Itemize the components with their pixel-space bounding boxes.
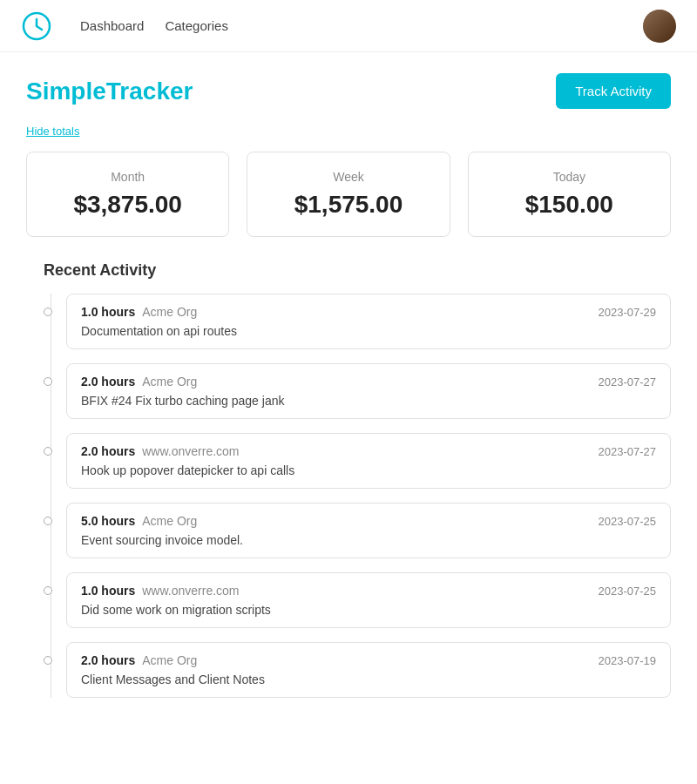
activity-item: 2.0 hours Acme Org 2023-07-19 Client Mes… bbox=[44, 642, 671, 698]
activity-description: Hook up popover datepicker to api calls bbox=[81, 463, 656, 477]
stat-card-today: Today $150.00 bbox=[468, 152, 671, 237]
activity-hours: 1.0 hours bbox=[81, 584, 135, 598]
activity-meta: 1.0 hours Acme Org bbox=[81, 305, 197, 319]
stat-label-week: Week bbox=[268, 170, 428, 184]
nav-dashboard[interactable]: Dashboard bbox=[80, 18, 144, 33]
recent-activity-section: Recent Activity 1.0 hours Acme Org 2023-… bbox=[26, 261, 671, 698]
stat-value-today: $150.00 bbox=[490, 191, 649, 219]
activity-card-header: 2.0 hours www.onverre.com 2023-07-27 bbox=[81, 444, 656, 458]
activity-hours: 2.0 hours bbox=[81, 444, 135, 458]
avatar[interactable] bbox=[643, 10, 676, 43]
activity-hours: 5.0 hours bbox=[81, 514, 135, 528]
activity-date: 2023-07-25 bbox=[599, 515, 657, 528]
svg-line-2 bbox=[37, 26, 42, 30]
activity-org: www.onverre.com bbox=[142, 584, 239, 598]
activity-card[interactable]: 1.0 hours www.onverre.com 2023-07-25 Did… bbox=[66, 572, 671, 628]
activity-card[interactable]: 5.0 hours Acme Org 2023-07-25 Event sour… bbox=[66, 503, 671, 558]
activity-item: 1.0 hours Acme Org 2023-07-29 Documentat… bbox=[44, 294, 671, 349]
hide-totals-link[interactable]: Hide totals bbox=[26, 125, 79, 138]
activity-meta: 1.0 hours www.onverre.com bbox=[81, 584, 240, 598]
stat-label-month: Month bbox=[48, 170, 207, 184]
activity-dot bbox=[44, 586, 52, 595]
track-activity-button[interactable]: Track Activity bbox=[556, 73, 671, 109]
activity-org: Acme Org bbox=[142, 375, 197, 389]
nav-links: Dashboard Categories bbox=[80, 18, 622, 33]
activity-date: 2023-07-19 bbox=[599, 654, 657, 667]
activity-item: 5.0 hours Acme Org 2023-07-25 Event sour… bbox=[44, 503, 671, 558]
activity-date: 2023-07-27 bbox=[599, 375, 657, 389]
activity-card-header: 5.0 hours Acme Org 2023-07-25 bbox=[81, 514, 656, 528]
stats-row: Month $3,875.00 Week $1,575.00 Today $15… bbox=[26, 152, 671, 237]
activity-date: 2023-07-29 bbox=[599, 306, 657, 319]
page-header: SimpleTracker Track Activity bbox=[26, 73, 671, 109]
app-title: SimpleTracker bbox=[26, 78, 193, 105]
nav-categories[interactable]: Categories bbox=[165, 18, 228, 33]
activity-description: Event sourcing invoice model. bbox=[81, 533, 656, 547]
activity-dot bbox=[44, 377, 52, 386]
activity-meta: 2.0 hours Acme Org bbox=[81, 653, 197, 667]
activity-card-header: 1.0 hours Acme Org 2023-07-29 bbox=[81, 305, 656, 319]
activity-meta: 2.0 hours Acme Org bbox=[81, 375, 197, 389]
stat-value-week: $1,575.00 bbox=[268, 191, 428, 219]
activity-card[interactable]: 1.0 hours Acme Org 2023-07-29 Documentat… bbox=[66, 294, 671, 349]
activity-hours: 2.0 hours bbox=[81, 653, 135, 667]
stat-card-month: Month $3,875.00 bbox=[26, 152, 229, 237]
activity-org: www.onverre.com bbox=[142, 444, 239, 458]
activity-dot bbox=[44, 517, 52, 525]
stat-value-month: $3,875.00 bbox=[48, 191, 207, 219]
navbar: Dashboard Categories bbox=[0, 0, 697, 52]
activity-card-header: 1.0 hours www.onverre.com 2023-07-25 bbox=[81, 584, 656, 598]
activity-org: Acme Org bbox=[142, 653, 197, 667]
activity-meta: 2.0 hours www.onverre.com bbox=[81, 444, 240, 458]
activity-dot bbox=[44, 656, 52, 665]
activity-description: Client Messages and Client Notes bbox=[81, 672, 656, 686]
activity-card-header: 2.0 hours Acme Org 2023-07-19 bbox=[81, 653, 656, 667]
activity-card[interactable]: 2.0 hours www.onverre.com 2023-07-27 Hoo… bbox=[66, 433, 671, 489]
activity-card[interactable]: 2.0 hours Acme Org 2023-07-27 BFIX #24 F… bbox=[66, 363, 671, 419]
activity-date: 2023-07-25 bbox=[599, 585, 657, 598]
avatar-image bbox=[643, 10, 676, 43]
activity-description: Did some work on migration scripts bbox=[81, 603, 656, 617]
clock-icon bbox=[21, 10, 52, 42]
activity-card-header: 2.0 hours Acme Org 2023-07-27 bbox=[81, 375, 656, 389]
activity-item: 2.0 hours Acme Org 2023-07-27 BFIX #24 F… bbox=[44, 363, 671, 419]
activity-list: 1.0 hours Acme Org 2023-07-29 Documentat… bbox=[26, 294, 671, 698]
activity-dot bbox=[44, 308, 52, 316]
stat-card-week: Week $1,575.00 bbox=[247, 152, 450, 237]
activity-hours: 2.0 hours bbox=[81, 375, 135, 389]
nav-logo bbox=[21, 10, 52, 42]
activity-item: 2.0 hours www.onverre.com 2023-07-27 Hoo… bbox=[44, 433, 671, 489]
activity-dot bbox=[44, 447, 52, 456]
activity-org: Acme Org bbox=[142, 514, 197, 528]
activity-item: 1.0 hours www.onverre.com 2023-07-25 Did… bbox=[44, 572, 671, 628]
main-content: SimpleTracker Track Activity Hide totals… bbox=[0, 52, 697, 733]
activity-description: BFIX #24 Fix turbo caching page jank bbox=[81, 394, 656, 408]
activity-org: Acme Org bbox=[142, 305, 197, 319]
section-title: Recent Activity bbox=[44, 261, 671, 280]
activity-description: Documentation on api routes bbox=[81, 324, 656, 338]
stat-label-today: Today bbox=[490, 170, 649, 184]
activity-hours: 1.0 hours bbox=[81, 305, 135, 319]
activity-meta: 5.0 hours Acme Org bbox=[81, 514, 197, 528]
activity-date: 2023-07-27 bbox=[599, 445, 657, 458]
activity-card[interactable]: 2.0 hours Acme Org 2023-07-19 Client Mes… bbox=[66, 642, 671, 698]
